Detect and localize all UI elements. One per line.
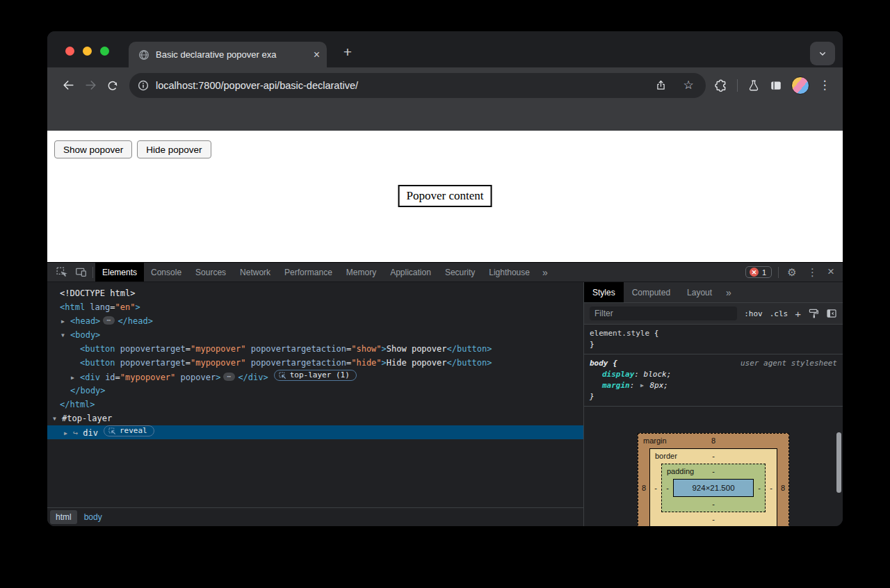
inline-style-rule[interactable]: element.style { } (584, 325, 843, 354)
collapse-arrow-icon[interactable]: ▼ (61, 329, 70, 343)
browser-menu-kebab-icon[interactable]: ⋮ (814, 74, 836, 97)
minimize-window-button[interactable] (83, 47, 92, 56)
show-popover-button[interactable]: Show popover (54, 140, 132, 158)
inspect-element-icon[interactable] (51, 263, 71, 282)
tree-line[interactable]: ▶↪divreveal (47, 425, 583, 439)
profile-avatar[interactable] (791, 76, 809, 95)
hide-popover-button[interactable]: Hide popover (137, 140, 211, 158)
site-info-icon[interactable] (138, 80, 149, 91)
tab-close-icon[interactable]: × (314, 49, 320, 60)
tree-line[interactable]: ▶<div id="mypopover" popover>⋯</div>top-… (47, 370, 583, 384)
reload-button[interactable] (102, 74, 124, 97)
top-layer-badge[interactable]: top-layer (1) (274, 370, 357, 381)
zoom-window-button[interactable] (100, 47, 109, 56)
forward-button[interactable] (79, 74, 102, 97)
toggle-sidebar-icon[interactable] (826, 308, 837, 319)
pseudo-state-toggle[interactable]: :hov (744, 309, 763, 318)
code-token: <button (80, 344, 115, 354)
devtools-close-icon[interactable]: × (823, 265, 839, 280)
tree-line[interactable]: </body> (47, 384, 583, 398)
sidebar-scrollbar[interactable] (836, 432, 841, 493)
code-token: = (186, 358, 191, 368)
expand-arrow-icon[interactable]: ▶ (71, 371, 80, 385)
expand-shorthand-icon[interactable]: ▶ (640, 382, 644, 389)
padding-right-value[interactable]: - (754, 482, 765, 493)
url-bar[interactable]: localhost:7800/popover-api/basic-declara… (129, 73, 706, 98)
tree-line[interactable]: ▼#top-layer (47, 411, 583, 425)
expand-ellipsis-button[interactable]: ⋯ (223, 373, 235, 381)
box-model-margin-label: margin (643, 434, 667, 448)
new-style-rule-button[interactable]: + (795, 308, 801, 320)
code-token: "mypopover" (120, 373, 175, 382)
sidebar-tab-styles[interactable]: Styles (584, 282, 624, 302)
css-property[interactable]: display: block; (590, 369, 837, 380)
more-tabs-icon[interactable]: » (537, 267, 553, 278)
tree-line[interactable]: <!DOCTYPE html> (47, 286, 583, 300)
expand-arrow-icon[interactable]: ▶ (61, 315, 70, 329)
devtools-tab-application[interactable]: Application (383, 263, 438, 281)
body-style-rule[interactable]: body { user agent stylesheet display: bl… (584, 354, 843, 407)
content-size-value[interactable]: 924×21.500 (673, 479, 754, 497)
close-window-button[interactable] (65, 47, 74, 56)
breadcrumb-html[interactable]: html (50, 510, 77, 524)
border-left-value[interactable]: - (650, 482, 661, 493)
share-button[interactable] (650, 75, 671, 96)
border-bottom-value[interactable]: - (650, 512, 777, 526)
device-toolbar-icon[interactable] (71, 263, 90, 282)
padding-left-value[interactable]: - (662, 482, 673, 493)
box-model-diagram[interactable]: margin 8 8 border - (638, 433, 789, 526)
expand-ellipsis-button[interactable]: ⋯ (103, 316, 115, 325)
expand-arrow-icon[interactable]: ▶ (64, 427, 73, 441)
reveal-badge[interactable]: reveal (104, 425, 154, 436)
devtools-tab-memory[interactable]: Memory (339, 263, 383, 281)
padding-bottom-value[interactable]: - (662, 497, 765, 512)
border-top-value[interactable]: - (712, 452, 715, 460)
devtools-tab-network[interactable]: Network (233, 263, 277, 281)
devtools-tab-lighthouse[interactable]: Lighthouse (482, 263, 537, 281)
class-toggle[interactable]: .cls (770, 309, 788, 318)
sidebar-tab-computed[interactable]: Computed (624, 282, 679, 302)
tree-line[interactable]: ▼<body> (47, 328, 583, 342)
margin-top-value[interactable]: 8 (711, 436, 715, 445)
devtools-tab-security[interactable]: Security (438, 263, 482, 281)
code-token: </button> (447, 344, 492, 354)
tab-search-chevron-button[interactable] (810, 42, 835, 65)
margin-left-value[interactable]: 8 (638, 482, 649, 493)
tree-line[interactable]: <button popovertarget="mypopover" popove… (47, 342, 583, 356)
collapse-arrow-icon[interactable]: ▼ (53, 412, 62, 426)
border-right-value[interactable]: - (766, 482, 777, 493)
margin-right-value[interactable]: 8 (777, 482, 788, 493)
tree-line[interactable]: </html> (47, 398, 583, 411)
error-icon: ✕ (750, 268, 759, 277)
sidebar-tab-layout[interactable]: Layout (679, 282, 720, 302)
settings-gear-icon[interactable]: ⚙ (782, 263, 802, 282)
devtools-tab-console[interactable]: Console (144, 263, 188, 281)
bookmark-star-icon[interactable]: ☆ (678, 75, 699, 96)
back-button[interactable] (57, 74, 79, 97)
error-badge[interactable]: ✕ 1 (745, 266, 772, 278)
styles-filter-input[interactable]: Filter (590, 307, 737, 320)
experiments-flask-icon[interactable] (743, 74, 765, 97)
devtools-tab-performance[interactable]: Performance (277, 263, 339, 281)
side-panel-icon[interactable] (765, 74, 787, 97)
extensions-puzzle-icon[interactable] (710, 74, 732, 97)
sidebar-more-tabs-icon[interactable]: » (720, 282, 737, 302)
code-token: > (382, 358, 387, 368)
code-token: id (105, 373, 115, 382)
devtools-menu-kebab-icon[interactable]: ⋮ (803, 266, 822, 279)
devtools-tab-sources[interactable]: Sources (188, 263, 233, 281)
box-model-border-label: border (655, 449, 677, 464)
tree-line[interactable]: <html lang="en"> (47, 300, 583, 314)
new-tab-button[interactable]: + (338, 42, 357, 62)
padding-top-value[interactable]: - (712, 467, 715, 475)
styles-content: element.style { } body { user agent styl… (584, 325, 843, 526)
css-property[interactable]: margin: ▶ 8px; (590, 380, 837, 391)
tree-line[interactable]: <button popovertarget="mypopover" popove… (47, 356, 583, 370)
code-token: </div> (238, 373, 268, 382)
url-text[interactable]: localhost:7800/popover-api/basic-declara… (156, 80, 643, 91)
devtools-tab-elements[interactable]: Elements (95, 263, 144, 281)
rendering-brush-icon[interactable] (808, 308, 819, 319)
tree-line[interactable]: ▶<head>⋯</head> (47, 314, 583, 328)
browser-tab[interactable]: Basic declarative popover exa × (129, 42, 327, 67)
breadcrumb-body[interactable]: body (79, 510, 108, 524)
